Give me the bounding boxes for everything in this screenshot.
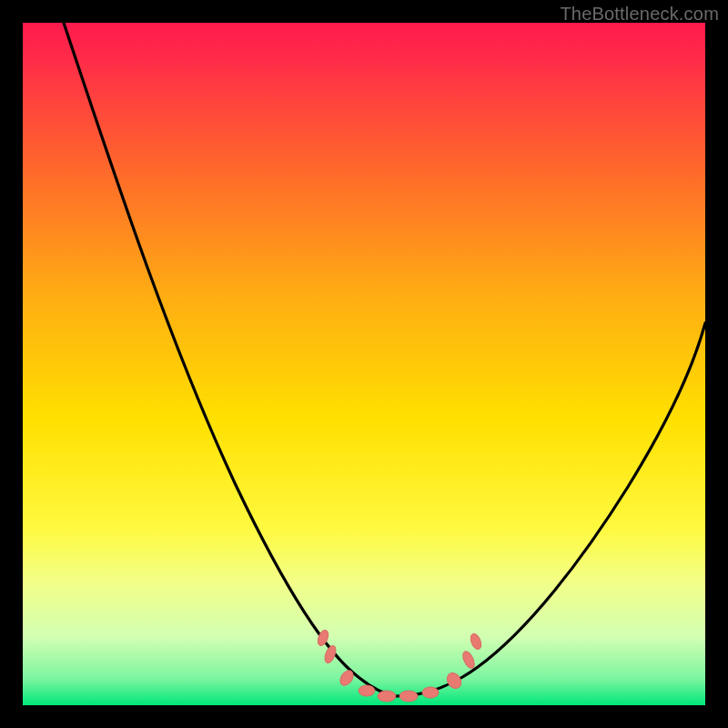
svg-point-4 bbox=[378, 691, 396, 702]
svg-point-6 bbox=[422, 687, 439, 698]
chart-stage: TheBottleneck.com bbox=[0, 0, 728, 728]
svg-point-3 bbox=[359, 685, 375, 696]
chart-plot bbox=[23, 23, 705, 705]
chart-svg bbox=[23, 23, 705, 705]
gradient-background bbox=[23, 23, 705, 705]
svg-point-5 bbox=[399, 691, 418, 702]
watermark-label: TheBottleneck.com bbox=[560, 4, 719, 25]
